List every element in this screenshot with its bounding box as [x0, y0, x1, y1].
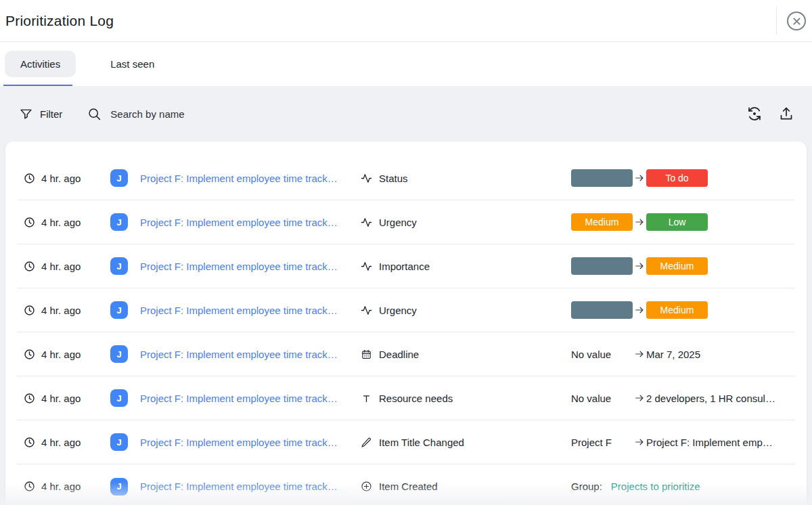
activity-type-cell: Item Created	[361, 481, 571, 492]
filter-label: Filter	[40, 108, 62, 120]
search-input[interactable]: Search by name	[87, 107, 184, 121]
activity-row: 4 hr. ago J Project F: Implement employe…	[18, 200, 794, 244]
user-avatar: J	[110, 301, 128, 319]
clock-icon	[24, 481, 35, 492]
item-link[interactable]: Project F: Implement employee time track…	[140, 349, 352, 360]
activity-time: 4 hr. ago	[41, 305, 81, 316]
old-value-badge	[571, 169, 633, 187]
close-button[interactable]	[787, 12, 806, 30]
activity-type-label: Item Title Changed	[379, 437, 464, 448]
activity-type-cell: Deadline	[361, 349, 571, 360]
clock-icon	[24, 393, 35, 404]
active-tab-indicator	[3, 85, 72, 87]
activity-type-label: Urgency	[379, 305, 417, 316]
arrow-right-icon	[635, 305, 644, 315]
item-link[interactable]: Project F: Implement employee time track…	[140, 217, 352, 228]
activity-type-cell: Urgency	[361, 217, 571, 228]
activity-type-cell: Resource needs	[361, 393, 571, 404]
activity-row: 4 hr. ago J Project F: Implement employe…	[18, 288, 794, 332]
group-label: Group:	[571, 481, 602, 492]
item-link[interactable]: Project F: Implement employee time track…	[140, 437, 352, 448]
activity-time: 4 hr. ago	[41, 349, 81, 360]
time-cell: 4 hr. ago	[24, 261, 110, 272]
activity-type-cell: Importance	[361, 261, 571, 272]
item-link[interactable]: Project F: Implement employee time track…	[140, 305, 352, 316]
item-link[interactable]: Project F: Implement employee time track…	[140, 173, 352, 184]
user-avatar: J	[110, 478, 128, 496]
tab-activities[interactable]: Activities	[5, 51, 76, 77]
activity-time: 4 hr. ago	[41, 437, 81, 448]
activity-row: 4 hr. ago J Project F: Implement employe…	[18, 332, 794, 376]
refresh-history-button[interactable]	[746, 106, 763, 122]
old-value-badge: Medium	[571, 213, 633, 231]
change-values: Medium	[571, 257, 794, 275]
time-cell: 4 hr. ago	[24, 481, 110, 492]
activity-time: 4 hr. ago	[41, 173, 81, 184]
group-link[interactable]: Projects to prioritize	[611, 481, 700, 492]
new-value-badge: Medium	[646, 301, 708, 319]
filter-button[interactable]: Filter	[19, 107, 62, 121]
old-value-badge	[571, 257, 633, 275]
close-icon	[792, 17, 801, 26]
user-avatar: J	[110, 433, 128, 451]
clock-icon	[24, 261, 35, 272]
activity-type-cell: Item Title Changed	[361, 437, 571, 448]
activity-time: 4 hr. ago	[41, 261, 81, 272]
new-value-badge: To do	[646, 169, 708, 187]
arrow-right-icon	[635, 349, 644, 359]
activity-type-label: Importance	[379, 261, 430, 272]
activity-type-label: Item Created	[379, 481, 438, 492]
activity-type-label: Status	[379, 173, 408, 184]
time-cell: 4 hr. ago	[24, 393, 110, 404]
arrow-right-icon	[635, 437, 644, 447]
activity-type-label: Urgency	[379, 217, 417, 228]
user-avatar: J	[110, 169, 128, 187]
new-value: 2 developers, 1 HR consul…	[646, 393, 775, 404]
item-link[interactable]: Project F: Implement employee time track…	[140, 393, 352, 404]
clock-icon	[24, 217, 35, 228]
export-icon	[778, 106, 794, 122]
change-values: No valueMar 7, 2025	[571, 349, 794, 360]
tab-bar: Activities Last seen	[0, 42, 812, 86]
tab-last-seen[interactable]: Last seen	[95, 51, 170, 77]
change-values: MediumLow	[571, 213, 794, 231]
clock-icon	[24, 305, 35, 316]
export-button[interactable]	[778, 106, 794, 122]
pulse-icon	[361, 217, 372, 228]
activity-time: 4 hr. ago	[41, 481, 81, 492]
arrow-right-icon	[635, 393, 644, 403]
activity-type-label: Resource needs	[379, 393, 453, 404]
new-value: Mar 7, 2025	[646, 349, 700, 360]
search-icon	[87, 107, 102, 121]
user-avatar: J	[110, 257, 128, 275]
time-cell: 4 hr. ago	[24, 349, 110, 360]
change-values: Project FProject F: Implement emp…	[571, 437, 794, 448]
activity-row: 4 hr. ago J Project F: Implement employe…	[18, 244, 794, 288]
clock-icon	[24, 173, 35, 184]
activity-type-cell: Status	[361, 173, 571, 184]
user-avatar: J	[110, 213, 128, 231]
page-title: Prioritization Log	[5, 13, 114, 29]
arrow-right-icon	[635, 261, 644, 271]
item-link[interactable]: Project F: Implement employee time track…	[140, 261, 352, 272]
activity-time: 4 hr. ago	[41, 393, 81, 404]
change-values: No value2 developers, 1 HR consul…	[571, 393, 794, 404]
activity-type-cell: Urgency	[361, 305, 571, 316]
plus-circle-icon	[361, 481, 372, 492]
new-value-badge: Low	[646, 213, 708, 231]
time-cell: 4 hr. ago	[24, 217, 110, 228]
pulse-icon	[361, 261, 372, 272]
toolbar: Filter Search by name	[0, 86, 812, 141]
change-values: Group:Projects to prioritize	[571, 481, 794, 492]
activity-row: 4 hr. ago J Project F: Implement employe…	[18, 376, 794, 420]
pulse-icon	[361, 173, 372, 184]
time-cell: 4 hr. ago	[24, 173, 110, 184]
activity-list: 4 hr. ago J Project F: Implement employe…	[5, 156, 807, 505]
old-value: No value	[571, 349, 611, 360]
arrow-right-icon	[635, 217, 644, 227]
clock-icon	[24, 437, 35, 448]
activity-row: 4 hr. ago J Project F: Implement employe…	[18, 156, 794, 200]
activity-time: 4 hr. ago	[41, 217, 81, 228]
time-cell: 4 hr. ago	[24, 437, 110, 448]
item-link[interactable]: Project F: Implement employee time track…	[140, 481, 352, 492]
